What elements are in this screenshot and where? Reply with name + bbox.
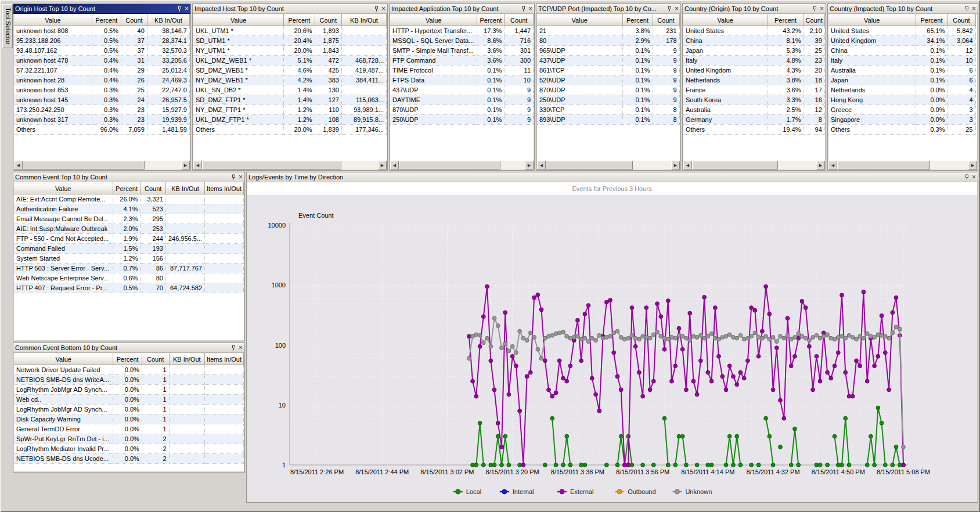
column-header-percent[interactable]: Percent — [768, 15, 804, 26]
table-row[interactable]: AIE: Ext:Accnt Comp:Remote...26.0%3,321 — [14, 194, 244, 204]
close-icon[interactable]: × — [381, 6, 385, 12]
table-row[interactable]: NETBIOS SMB-DS dns WriteA...0.0%1 — [14, 375, 244, 385]
close-icon[interactable]: × — [820, 6, 824, 12]
pin-icon[interactable] — [177, 6, 182, 12]
table-row[interactable]: NY_DMZ_WEB1 *4.2%383384,411... — [193, 75, 387, 85]
table-row[interactable]: NY_UTM1 *20.0%1,843 — [193, 46, 387, 56]
table-row[interactable]: United States65.1%5,842 — [828, 26, 975, 36]
table-row[interactable]: China8.1%39 — [683, 36, 824, 46]
table-row[interactable]: France3.6%17 — [683, 85, 824, 95]
horizontal-scrollbar[interactable]: ◀ ▶ — [828, 161, 977, 170]
table-row[interactable]: unknown host 4780.4%3133,205.6 — [14, 56, 190, 66]
pin-icon[interactable] — [521, 6, 526, 12]
table-row[interactable]: Italy4.8%23 — [683, 56, 824, 66]
table-row[interactable]: SD_DMZ_WEB1 *4.6%425419,487... — [193, 66, 387, 75]
table-row[interactable]: Others19.4%94 — [683, 125, 824, 135]
horizontal-scrollbar[interactable]: ◀ ▶ — [14, 161, 190, 170]
table-row[interactable]: United Kingdom34.1%3,064 — [828, 36, 975, 46]
column-header-count[interactable]: Count — [142, 354, 169, 365]
table-row[interactable]: South Korea3.3%16 — [683, 95, 824, 105]
pin-icon[interactable] — [231, 174, 236, 181]
column-header-count[interactable]: Count — [804, 15, 824, 26]
panel-titlebar[interactable]: Impacted Host Top 10 by Count × — [193, 4, 387, 14]
panel-titlebar[interactable]: Common Event Bottom 10 by Count × — [13, 343, 244, 353]
column-header-items-in-out[interactable]: Items In/Out — [205, 354, 244, 365]
table-row[interactable]: HTTP 407 : Request Error - Pr...0.5%7064… — [14, 283, 244, 293]
table-row[interactable]: UKL_DMZ_WEB1 *5.1%472468,728... — [193, 56, 387, 66]
table-row[interactable]: NY_DMZ_FTP1 *1.2%11093,989.1... — [193, 105, 387, 115]
table-row[interactable]: NETBIOS SMB-DS dns Ucode...0.0%2 — [14, 454, 244, 464]
table-row[interactable]: General TermDD Error0.0%1 — [14, 424, 244, 434]
table-row[interactable]: FTPS-Data0.1%10 — [390, 75, 534, 85]
table-row[interactable]: Australia0.1%6 — [828, 66, 975, 75]
table-row[interactable]: Web Netscape Enterprise Serv...0.6%80 — [14, 273, 244, 283]
column-header-count[interactable]: Count — [140, 183, 165, 194]
pin-icon[interactable] — [374, 6, 379, 12]
column-header-kb-in-out[interactable]: KB In/Out — [147, 15, 189, 26]
close-icon[interactable]: × — [972, 174, 976, 180]
table-row[interactable]: United States43.2%2,10 — [683, 26, 824, 36]
table-row[interactable]: 437\UDP0.1%9 — [537, 56, 679, 66]
scrollbar-thumb[interactable] — [23, 161, 145, 170]
close-icon[interactable]: × — [972, 6, 976, 12]
table-row[interactable]: Hong Kong0.0%4 — [828, 95, 975, 105]
table-row[interactable]: 437\UDP0.1%9 — [390, 85, 534, 95]
scrollbar-track[interactable] — [500, 161, 525, 170]
table-row[interactable]: China0.1%12 — [828, 46, 975, 56]
pin-icon[interactable] — [964, 174, 970, 181]
horizontal-scrollbar[interactable]: ◀ ▶ — [537, 161, 680, 170]
table-row[interactable]: Others96.0%7,0591,481,59 — [14, 125, 190, 135]
panel-titlebar[interactable]: Impacted Application Top 10 by Count × — [390, 4, 534, 14]
table-row[interactable]: Netherlands3.8%18 — [683, 75, 824, 85]
close-icon[interactable]: × — [239, 174, 243, 180]
table-row[interactable]: 870\UDP0.1%9 — [537, 85, 679, 95]
column-header-value[interactable]: Value — [390, 15, 477, 26]
table-row[interactable]: TIME Protocol0.1%11 — [390, 66, 534, 75]
table-row[interactable]: 57.32.221.1070.4%2925,012.4 — [14, 66, 190, 75]
table-row[interactable]: FTP - 550 - Cmd Not Accepted...1.9%24424… — [14, 234, 244, 244]
table-row[interactable]: 250\UDP0.1%9 — [390, 115, 534, 125]
table-row[interactable]: 965\UDP0.1%9 — [537, 46, 679, 56]
table-row[interactable]: Netherlands0.0%4 — [828, 85, 975, 95]
scrollbar-thumb[interactable] — [202, 161, 341, 170]
table-row[interactable]: 520\UDP0.1%9 — [537, 75, 679, 85]
column-header-value[interactable]: Value — [537, 15, 622, 26]
close-icon[interactable]: × — [239, 345, 243, 351]
table-row[interactable]: 213.8%231 — [537, 26, 679, 36]
table-row[interactable]: 93.48.107.1620.5%3732,570.3 — [14, 46, 190, 56]
table-row[interactable]: Network Driver Update Failed0.0%1 — [14, 365, 244, 375]
close-icon[interactable]: × — [528, 6, 532, 12]
table-row[interactable]: UKL_DMZ_FTP1 *1.2%10889,915.8... — [193, 115, 387, 125]
panel-titlebar[interactable]: TCP/UDP Port (Impacted) Top 10 by Co... … — [536, 4, 680, 14]
table-row[interactable]: 870\UDP0.1%9 — [390, 105, 534, 115]
pin-icon[interactable] — [231, 345, 236, 351]
panel-titlebar[interactable]: Country (Impacted) Top 10 by Count × — [828, 4, 978, 14]
table-row[interactable]: Singapore0.0%3 — [828, 115, 975, 125]
table-row[interactable]: Others20.0%1,839177,346... — [193, 125, 387, 135]
panel-titlebar[interactable]: Country (Origin) Top 10 by Count × — [683, 4, 826, 14]
table-row[interactable]: Germany1.7%8 — [683, 115, 824, 125]
table-row[interactable]: 95.233.188.2060.5%3728,374.1 — [14, 36, 190, 46]
column-header-percent[interactable]: Percent — [916, 15, 947, 26]
column-header-percent[interactable]: Percent — [284, 15, 315, 26]
column-header-kb-in-out[interactable]: KB In/Out — [165, 183, 204, 194]
scrollbar-thumb[interactable] — [399, 161, 500, 170]
scrollbar-track[interactable] — [633, 161, 671, 170]
table-row[interactable]: SMTP - Simple Mail Transf...3.6%301 — [390, 46, 534, 56]
table-row[interactable]: AIE: Int:Susp:Malware Outbreak2.0%253 — [14, 224, 244, 234]
table-row[interactable]: 250\UDP0.1%9 — [537, 95, 679, 105]
column-header-items-in-out[interactable]: Items In/Out — [205, 183, 244, 194]
column-header-percent[interactable]: Percent — [113, 354, 142, 365]
table-row[interactable]: Greece0.0%3 — [828, 105, 975, 115]
table-row[interactable]: SD_UTM1 *20.4%1,875 — [193, 36, 387, 46]
column-header-value[interactable]: Value — [14, 15, 92, 26]
table-row[interactable]: Disk Capacity Warning0.0%1 — [14, 414, 244, 424]
table-row[interactable]: MSSQL - SQL Server Data...8.6%716 — [390, 36, 534, 46]
column-header-percent[interactable]: Percent — [622, 15, 653, 26]
panel-titlebar[interactable]: Logs/Events by Time by Direction × — [247, 172, 978, 182]
column-header-count[interactable]: Count — [121, 15, 147, 26]
panel-titlebar[interactable]: Common Event Top 10 by Count × — [13, 172, 244, 182]
table-row[interactable]: System Started1.2%156 — [14, 254, 244, 264]
table-row[interactable]: unknown host 8080.5%4038,146.7 — [14, 26, 190, 36]
column-header-percent[interactable]: Percent — [113, 183, 140, 194]
